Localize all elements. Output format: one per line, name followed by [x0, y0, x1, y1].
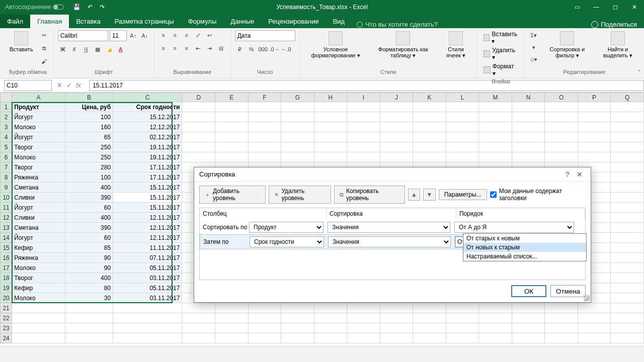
align-right-icon[interactable]: ≡	[182, 43, 192, 53]
cell-B1[interactable]: Цена, руб	[65, 102, 113, 112]
conditional-formatting-button[interactable]: Условное форматирование ▾	[304, 30, 368, 60]
cell-I5[interactable]	[347, 142, 380, 152]
cancel-formula-icon[interactable]: ✕	[57, 81, 62, 89]
column-header-J[interactable]: J	[380, 93, 413, 102]
cell-A11[interactable]: Йогурт	[12, 203, 65, 213]
cell-G6[interactable]	[281, 152, 314, 162]
column-header-L[interactable]: L	[446, 93, 479, 102]
row-header-24[interactable]: 24	[1, 333, 12, 343]
column-header-Q[interactable]: Q	[611, 93, 644, 102]
cell-P1[interactable]	[578, 102, 611, 112]
tab-insert[interactable]: Вставка	[69, 15, 107, 28]
cell-B3[interactable]: 160	[65, 122, 113, 132]
row-header-17[interactable]: 17	[1, 263, 12, 273]
cell-Q13[interactable]	[611, 223, 644, 233]
sort-filter-button[interactable]: Сортировка и фильтр ▾	[542, 30, 593, 60]
cell-K21[interactable]	[413, 303, 446, 313]
order-dropdown-list[interactable]: От старых к новым От новых к старым Наст…	[463, 233, 587, 261]
cell-A21[interactable]	[12, 303, 65, 313]
cell-B11[interactable]: 60	[65, 203, 113, 213]
sort-column-select[interactable]: Срок годности	[250, 236, 324, 247]
cell-A8[interactable]: Ряженка	[12, 172, 65, 183]
cell-L3[interactable]	[446, 122, 479, 132]
cell-N3[interactable]	[512, 122, 545, 132]
row-header-5[interactable]: 5	[1, 142, 12, 152]
cell-B2[interactable]: 100	[65, 112, 113, 122]
cell-Q6[interactable]	[611, 152, 644, 162]
cell-E3[interactable]	[215, 122, 249, 132]
column-header-B[interactable]: B	[65, 93, 113, 102]
confirm-formula-icon[interactable]: ✓	[66, 81, 72, 89]
cell-E22[interactable]	[215, 313, 249, 323]
cell-Q2[interactable]	[611, 112, 644, 122]
cell-Q5[interactable]	[611, 142, 644, 152]
bold-button[interactable]: Ж	[58, 44, 68, 54]
cell-H4[interactable]	[314, 132, 347, 142]
cell-M23[interactable]	[479, 323, 512, 333]
dropdown-option-highlighted[interactable]: От новых к старым	[463, 243, 586, 252]
cell-A9[interactable]: Сметана	[12, 183, 65, 193]
cell-C21[interactable]	[113, 303, 182, 313]
cell-K22[interactable]	[413, 313, 446, 323]
cell-H3[interactable]	[314, 122, 347, 132]
cell-G1[interactable]	[281, 102, 314, 112]
cell-C6[interactable]: 19.11.2017	[113, 152, 182, 162]
dialog-titlebar[interactable]: Сортировка ? ✕	[194, 167, 591, 182]
decrease-decimal-icon[interactable]: ←.0	[281, 44, 291, 54]
cell-Q7[interactable]	[611, 162, 644, 172]
cell-L24[interactable]	[446, 333, 479, 343]
cell-D3[interactable]	[182, 122, 215, 132]
cell-G23[interactable]	[281, 323, 314, 333]
autosum-icon[interactable]: Σ▾	[529, 30, 539, 40]
sort-level-1[interactable]: Сортировать по Продукт Значения От А до …	[200, 220, 585, 234]
tab-file[interactable]: Файл	[0, 15, 30, 28]
row-header-9[interactable]: 9	[1, 183, 12, 193]
cell-O23[interactable]	[545, 323, 578, 333]
row-header-20[interactable]: 20	[1, 293, 12, 303]
cell-N23[interactable]	[512, 323, 545, 333]
cell-H5[interactable]	[314, 142, 347, 152]
cell-C16[interactable]: 07.11.2017	[113, 253, 182, 263]
share-button[interactable]: Поделиться	[591, 21, 637, 28]
align-center-icon[interactable]: ≡	[170, 43, 180, 53]
cell-A23[interactable]	[12, 323, 65, 333]
cell-Q3[interactable]	[611, 122, 644, 132]
cell-B12[interactable]: 400	[65, 213, 113, 223]
cell-H23[interactable]	[314, 323, 347, 333]
cell-B10[interactable]: 390	[65, 193, 113, 203]
cell-Q16[interactable]	[611, 253, 644, 263]
cell-B7[interactable]: 280	[65, 162, 113, 172]
cell-F5[interactable]	[248, 142, 281, 152]
cell-A24[interactable]	[12, 333, 65, 343]
cell-C4[interactable]: 02.12.2017	[113, 132, 182, 142]
fill-icon[interactable]: ▾	[529, 42, 539, 52]
column-header-K[interactable]: K	[413, 93, 446, 102]
cell-C9[interactable]: 15.11.2017	[113, 183, 182, 193]
cell-G24[interactable]	[281, 333, 314, 343]
column-header-N[interactable]: N	[512, 93, 545, 102]
cell-L2[interactable]	[446, 112, 479, 122]
cell-O5[interactable]	[545, 142, 578, 152]
cell-Q20[interactable]	[611, 293, 644, 303]
cell-M3[interactable]	[479, 122, 512, 132]
cell-K1[interactable]	[413, 102, 446, 112]
cell-O22[interactable]	[545, 313, 578, 323]
cell-P23[interactable]	[578, 323, 611, 333]
cell-I21[interactable]	[347, 303, 380, 313]
cell-A4[interactable]: Йогурт	[12, 132, 65, 142]
cell-I24[interactable]	[347, 333, 380, 343]
cell-F3[interactable]	[248, 122, 281, 132]
cell-H1[interactable]	[314, 102, 347, 112]
column-header-A[interactable]: A	[12, 93, 65, 102]
cell-D2[interactable]	[182, 112, 215, 122]
cell-Q18[interactable]	[611, 273, 644, 283]
cell-A16[interactable]: Ряженка	[12, 253, 65, 263]
cell-I23[interactable]	[347, 323, 380, 333]
row-header-4[interactable]: 4	[1, 132, 12, 142]
cell-I6[interactable]	[347, 152, 380, 162]
cell-C7[interactable]: 17.11.2017	[113, 162, 182, 172]
dropdown-option[interactable]: Настраиваемый список...	[463, 252, 586, 261]
cell-B13[interactable]: 390	[65, 223, 113, 233]
cell-L5[interactable]	[446, 142, 479, 152]
clear-icon[interactable]: ◇▾	[529, 54, 539, 64]
